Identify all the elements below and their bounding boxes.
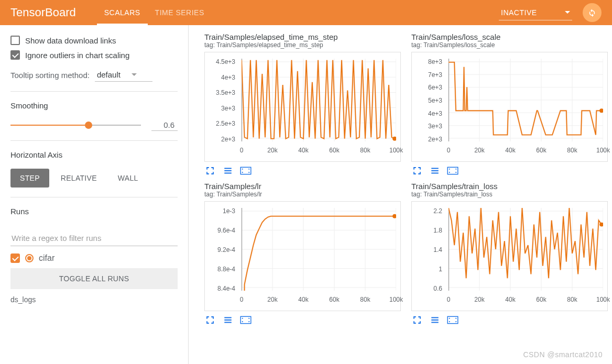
svg-point-72 <box>455 318 456 319</box>
svg-point-56 <box>248 321 249 322</box>
main-area: Train/Samples/elapsed_time_ms_step tag: … <box>189 25 612 364</box>
x-tick: 0 <box>240 147 244 154</box>
x-tick: 0 <box>240 296 244 303</box>
svg-rect-14 <box>241 167 251 174</box>
x-axis: 020k40k60k80k100k <box>242 147 396 156</box>
runs-filter-input[interactable] <box>10 230 178 246</box>
svg-point-16 <box>248 169 249 170</box>
app-logo: TensorBoard <box>10 6 76 19</box>
y-tick: 9.2e-4 <box>217 246 235 253</box>
refresh-icon <box>587 8 597 17</box>
y-tick: 4.5e+3 <box>216 58 235 65</box>
haxis-label: Horizontal Axis <box>10 150 178 159</box>
x-tick: 80k <box>567 296 577 303</box>
toggle-all-runs-button[interactable]: TOGGLE ALL RUNS <box>10 268 178 289</box>
x-tick: 100k <box>596 147 610 154</box>
x-tick: 0 <box>447 147 451 154</box>
chevron-down-icon <box>565 11 570 14</box>
y-axis: 8e+37e+36e+35e+34e+33e+32e+3 <box>412 59 445 141</box>
lines-icon[interactable] <box>222 315 234 325</box>
y-tick: 5e+3 <box>428 97 442 104</box>
svg-rect-52 <box>241 316 251 323</box>
chart-title: Train/Samples/elapsed_time_ms_step <box>204 32 401 41</box>
y-tick: 7e+3 <box>428 71 442 79</box>
expand-icon[interactable] <box>411 315 423 325</box>
chart-title: Train/Samples/loss_scale <box>411 32 608 41</box>
svg-point-35 <box>449 169 450 170</box>
tab-scalars[interactable]: SCALARS <box>97 0 148 25</box>
x-tick: 20k <box>267 296 277 303</box>
y-tick: 8.4e-4 <box>217 285 235 292</box>
svg-rect-34 <box>447 167 458 174</box>
y-tick: 3e+3 <box>428 123 442 130</box>
tab-time-series[interactable]: TIME SERIES <box>148 0 212 25</box>
svg-point-73 <box>449 321 450 322</box>
haxis-step-button[interactable]: STEP <box>10 169 49 187</box>
sidebar: Show data download links Ignore outliers… <box>0 25 189 364</box>
expand-icon[interactable] <box>204 166 216 175</box>
run-row[interactable]: cifar <box>10 253 178 263</box>
svg-point-71 <box>449 318 450 319</box>
fit-domain-icon[interactable] <box>447 315 458 325</box>
x-axis: 020k40k60k80k100k <box>449 296 603 305</box>
y-tick: 1.8 <box>433 227 442 234</box>
y-tick: 3.5e+3 <box>216 89 235 96</box>
y-tick: 8e+3 <box>428 58 442 65</box>
x-tick: 0 <box>447 296 451 303</box>
fit-domain-icon[interactable] <box>240 315 252 325</box>
tooltip-sort-label: Tooltip sorting method: <box>10 71 90 80</box>
smoothing-value[interactable]: 0.6 <box>151 119 178 131</box>
chart-title: Train/Samples/lr <box>204 182 401 191</box>
y-axis: 4.5e+34e+33.5e+33e+32.5e+32e+3 <box>205 59 238 141</box>
y-axis: 2.21.81.410.6 <box>412 208 445 291</box>
lines-icon[interactable] <box>222 166 234 175</box>
expand-icon[interactable] <box>204 315 216 325</box>
label-ignore-outliers: Ignore outliers in chart scaling <box>25 51 129 60</box>
runs-label: Runs <box>10 207 178 216</box>
smoothing-slider[interactable] <box>10 125 141 126</box>
expand-icon[interactable] <box>411 166 423 175</box>
chart-plot[interactable]: 2.21.81.410.6 020k40k60k80k100k <box>411 201 608 311</box>
y-tick: 0.6 <box>433 285 442 292</box>
fit-domain-icon[interactable] <box>447 166 458 175</box>
run-checkbox[interactable] <box>10 253 20 263</box>
chart-tag: tag: Train/Samples/loss_scale <box>411 41 608 49</box>
chart-plot[interactable]: 8e+37e+36e+35e+34e+33e+32e+3 020k40k60k8… <box>411 52 608 162</box>
x-tick: 80k <box>567 147 577 154</box>
checkbox-ignore-outliers[interactable] <box>10 50 20 60</box>
app-header: TensorBoard SCALARS TIME SERIES INACTIVE <box>0 0 612 25</box>
x-tick: 80k <box>360 296 370 303</box>
x-tick: 60k <box>329 147 339 154</box>
x-tick: 100k <box>389 296 403 303</box>
chart-plot[interactable]: 4.5e+34e+33.5e+33e+32.5e+32e+3 020k40k60… <box>204 52 401 162</box>
chart-tag: tag: Train/Samples/elapsed_time_ms_step <box>204 41 401 49</box>
y-tick: 1.4 <box>433 246 442 253</box>
checkbox-show-download[interactable] <box>10 36 20 45</box>
chart-card: Train/Samples/lr tag: Train/Samples/lr 1… <box>204 182 401 327</box>
y-tick: 1 <box>439 266 442 273</box>
fit-domain-icon[interactable] <box>240 166 252 175</box>
plugins-select[interactable]: INACTIVE <box>499 5 572 20</box>
slider-thumb[interactable] <box>85 122 92 129</box>
y-tick: 4e+3 <box>221 74 235 81</box>
svg-point-51 <box>392 214 396 218</box>
haxis-relative-button[interactable]: RELATIVE <box>51 169 106 187</box>
plugins-select-label: INACTIVE <box>501 8 537 17</box>
svg-point-17 <box>242 172 243 173</box>
haxis-wall-button[interactable]: WALL <box>108 169 148 187</box>
run-radio[interactable] <box>25 254 34 262</box>
header-tabs: SCALARS TIME SERIES <box>97 0 212 25</box>
settings-button[interactable] <box>583 3 602 22</box>
svg-point-54 <box>248 318 249 319</box>
chart-title: Train/Samples/train_loss <box>411 182 608 191</box>
lines-icon[interactable] <box>429 166 441 175</box>
tooltip-sort-value: default <box>97 70 121 79</box>
y-axis: 1e-39.6e-49.2e-48.8e-48.4e-4 <box>205 208 238 291</box>
y-tick: 2e+3 <box>221 136 235 143</box>
x-tick: 40k <box>505 147 515 154</box>
tooltip-sort-select[interactable]: default <box>95 68 152 82</box>
x-axis: 020k40k60k80k100k <box>242 296 396 305</box>
x-tick: 20k <box>267 147 277 154</box>
chart-plot[interactable]: 1e-39.6e-49.2e-48.8e-48.4e-4 020k40k60k8… <box>204 201 401 311</box>
lines-icon[interactable] <box>429 315 441 325</box>
